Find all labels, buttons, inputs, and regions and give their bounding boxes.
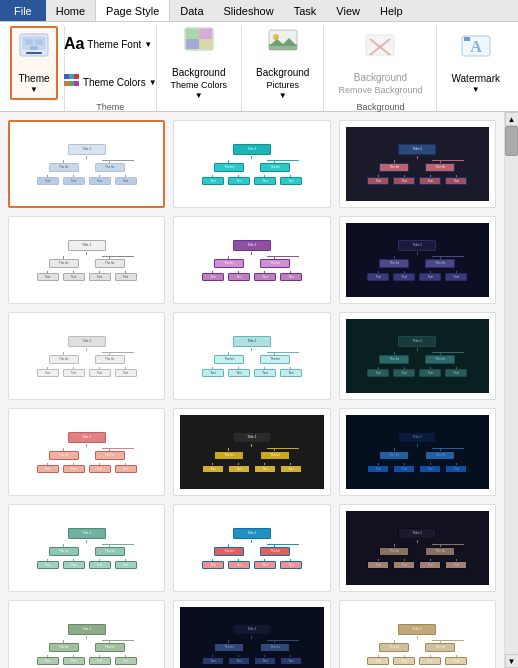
svg-rect-10 — [69, 81, 74, 86]
theme-font-arrow: ▼ — [144, 40, 152, 49]
scrollbar[interactable]: ▲ ▼ — [504, 112, 518, 668]
theme-colors-arrow: ▼ — [149, 78, 157, 87]
background-colors-label: Background Theme Colors — [171, 67, 228, 91]
theme-button-label: Theme — [18, 73, 49, 85]
svg-rect-14 — [199, 29, 212, 39]
menu-task[interactable]: Task — [284, 0, 327, 21]
theme-card-6[interactable]: Title 1 The let The let — [339, 216, 496, 304]
ribbon-group-theme-main: Theme ▼ — [4, 26, 65, 111]
watermark-label: Watermark — [451, 73, 500, 85]
background-pictures-button[interactable]: Background Pictures ▼ — [248, 26, 317, 100]
menu-home[interactable]: Home — [46, 0, 95, 21]
theme-card-2[interactable]: Title 1 The let The let — [173, 120, 330, 208]
svg-rect-16 — [199, 39, 212, 49]
ribbon: Theme ▼ Aa Theme Font ▼ — [0, 22, 518, 112]
ribbon-group-theme-sub: Aa Theme Font ▼ — [65, 26, 157, 111]
svg-text:A: A — [470, 38, 482, 55]
theme-card-15[interactable]: Title 1 The let The let — [339, 504, 496, 592]
menu-data[interactable]: Data — [170, 0, 213, 21]
content-area: Title 1 The let The let — [0, 112, 518, 668]
svg-point-18 — [273, 34, 279, 40]
menu-view[interactable]: View — [326, 0, 370, 21]
svg-rect-7 — [69, 74, 74, 79]
theme-colors-button[interactable]: Theme Colors ▼ — [59, 71, 162, 94]
theme-card-3[interactable]: Title 1 The let The let — [339, 120, 496, 208]
svg-rect-3 — [35, 39, 43, 45]
theme-card-4[interactable]: Title 1 The let The let — [8, 216, 165, 304]
theme-card-7[interactable]: Title 1 The let The let — [8, 312, 165, 400]
svg-rect-13 — [186, 29, 199, 39]
svg-rect-8 — [74, 74, 79, 79]
watermark-arrow: ▼ — [472, 85, 480, 94]
theme-icon — [18, 32, 50, 71]
theme-font-button[interactable]: Aa Theme Font ▼ — [59, 32, 162, 56]
theme-font-icon: Aa — [64, 35, 84, 53]
remove-background-label: Background Remove Background — [338, 72, 422, 96]
ribbon-group-bg-pictures: Background Pictures ▼ — [242, 26, 324, 111]
theme-card-8[interactable]: Title 1 The let The let — [173, 312, 330, 400]
theme-card-9[interactable]: Title 1 The let The let — [339, 312, 496, 400]
background-colors-button[interactable]: Background Theme Colors ▼ — [163, 26, 236, 100]
svg-rect-15 — [186, 39, 199, 49]
svg-rect-11 — [74, 81, 79, 86]
svg-rect-4 — [30, 46, 38, 50]
background-pictures-label: Background Pictures — [256, 67, 309, 91]
watermark-icon: A — [460, 32, 492, 71]
remove-background-icon — [364, 31, 396, 70]
theme-card-18[interactable]: Title 1 The let The let — [339, 600, 496, 668]
remove-background-button[interactable]: Background Remove Background — [330, 26, 430, 100]
svg-rect-2 — [25, 39, 33, 45]
theme-card-5[interactable]: Title 1 The let The let — [173, 216, 330, 304]
svg-rect-5 — [26, 52, 42, 54]
bg-colors-arrow: ▼ — [195, 91, 203, 100]
ribbon-group-watermark: A Watermark ▼ — [437, 26, 514, 111]
theme-card-10[interactable]: Title 1 The let The let — [8, 408, 165, 496]
theme-card-14[interactable]: Title 1 The let The let — [173, 504, 330, 592]
scroll-down-arrow[interactable]: ▼ — [505, 654, 519, 668]
menu-file[interactable]: File — [0, 0, 46, 21]
scroll-thumb-area — [505, 126, 518, 654]
ribbon-group-remove-bg: Background Remove Background Background — [324, 26, 437, 111]
theme-colors-label: Theme Colors — [83, 77, 146, 88]
theme-font-label: Theme Font — [87, 39, 141, 50]
svg-rect-20 — [366, 35, 394, 55]
menu-help[interactable]: Help — [370, 0, 413, 21]
theme-colors-icon — [64, 74, 80, 91]
ribbon-group-bg-colors: Background Theme Colors ▼ — [157, 26, 243, 111]
theme-dropdown-arrow: ▼ — [30, 85, 38, 94]
background-colors-icon — [183, 26, 215, 65]
background-pictures-icon — [267, 26, 299, 65]
svg-rect-6 — [64, 74, 69, 79]
watermark-button[interactable]: A Watermark ▼ — [443, 26, 508, 100]
svg-rect-9 — [64, 81, 69, 86]
scroll-thumb[interactable] — [505, 126, 518, 156]
theme-card-1[interactable]: Title 1 The let The let — [8, 120, 165, 208]
theme-card-13[interactable]: Title 1 The let The let — [8, 504, 165, 592]
theme-button[interactable]: Theme ▼ — [10, 26, 58, 100]
theme-grid: Title 1 The let The let — [0, 112, 504, 668]
theme-card-11[interactable]: Title 1 The let The let — [173, 408, 330, 496]
menu-page-style[interactable]: Page Style — [95, 0, 170, 21]
menu-slideshow[interactable]: Slideshow — [214, 0, 284, 21]
scroll-up-arrow[interactable]: ▲ — [505, 112, 519, 126]
theme-card-16[interactable]: Title 1 The let The let — [8, 600, 165, 668]
menu-bar: File Home Page Style Data Slideshow Task… — [0, 0, 518, 22]
bg-pictures-arrow: ▼ — [279, 91, 287, 100]
theme-card-12[interactable]: Title 1 The let The let — [339, 408, 496, 496]
svg-rect-19 — [269, 44, 297, 50]
theme-card-17[interactable]: Title 1 The let The let — [173, 600, 330, 668]
